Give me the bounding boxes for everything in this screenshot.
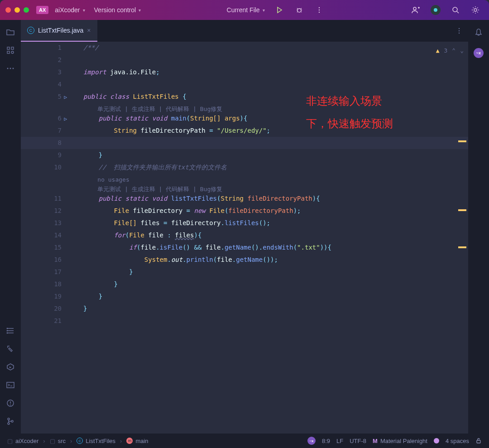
prev-highlight-icon[interactable]: ⌃ (452, 44, 455, 57)
aixcoder-tool-icon[interactable]: ~x (470, 44, 487, 62)
run-config-selector[interactable]: Current File ▾ (224, 5, 268, 15)
todo-tool-icon[interactable] (2, 322, 19, 339)
line-separator[interactable]: LF (335, 438, 345, 444)
inspection-widget[interactable]: ▲ 3 ⌃ ⌄ (436, 44, 464, 57)
warning-icon: ▲ (436, 44, 440, 57)
line-number: 16 (21, 254, 62, 266)
line-number: 12 (21, 205, 62, 217)
line-number: 17 (21, 266, 62, 278)
breadcrumb-project[interactable]: ▢ aiXcoder (5, 438, 40, 444)
breadcrumb-method[interactable]: m main (125, 438, 150, 444)
file-encoding[interactable]: UTF-8 (348, 438, 368, 444)
line-number: 19 (21, 290, 62, 303)
editor-tabs: C ListTxtFiles.java × (21, 20, 468, 42)
terminal-tool-icon[interactable] (2, 376, 19, 394)
breadcrumb-class[interactable]: C ListTxtFiles (75, 438, 117, 444)
svg-point-7 (318, 7, 319, 8)
svg-rect-16 (7, 47, 10, 49)
svg-point-20 (7, 68, 9, 69)
settings-icon[interactable] (467, 2, 484, 18)
breadcrumb-src[interactable]: ▢ src (48, 438, 67, 444)
maximize-window-button[interactable] (24, 7, 29, 13)
code-lens[interactable]: 单元测试 | 生成注释 | 代码解释 | Bug修复 (83, 183, 468, 193)
tab-filename-label: ListTxtFiles.java (38, 27, 83, 34)
line-number: 9 (21, 149, 62, 161)
left-tool-rail (0, 20, 21, 434)
line-number: 5▷ (21, 91, 62, 103)
svg-rect-18 (7, 51, 10, 53)
theme-indicator[interactable]: M Material Palenight (371, 438, 429, 444)
project-badge: AX (36, 6, 48, 14)
lock-icon[interactable] (474, 438, 484, 444)
svg-point-28 (7, 332, 8, 334)
chevron-down-icon: ▾ (83, 8, 85, 13)
code-lens[interactable]: 单元测试 | 生成注释 | 代码解释 | Bug修复 (83, 103, 468, 112)
line-number: 1 (21, 42, 62, 54)
close-window-button[interactable] (5, 7, 11, 13)
line-number (21, 103, 62, 112)
build-tool-icon[interactable] (2, 340, 19, 357)
project-name-label: aiXcoder (55, 6, 80, 14)
chevron-down-icon: ▾ (263, 8, 265, 13)
gutter-marker (458, 246, 466, 248)
run-gutter-icon[interactable]: ▷ (64, 112, 67, 125)
vcs-menu[interactable]: Version control ▾ (91, 5, 144, 15)
status-dot[interactable] (432, 438, 441, 443)
run-config-label: Current File (227, 6, 260, 14)
titlebar: AX aiXcoder ▾ Version control ▾ Current … (0, 0, 489, 20)
tab-listtxtfiles[interactable]: C ListTxtFiles.java × (21, 20, 97, 42)
vcs-label: Version control (94, 6, 136, 14)
svg-point-34 (8, 418, 10, 420)
line-number: 4 (21, 78, 62, 91)
line-number: 20 (21, 303, 62, 315)
notifications-icon[interactable] (470, 24, 487, 41)
project-selector[interactable]: aiXcoder ▾ (52, 5, 87, 15)
line-number: 10 (21, 161, 62, 173)
svg-point-35 (8, 423, 10, 424)
gutter-marker (458, 209, 466, 211)
debug-button[interactable] (291, 2, 307, 18)
aixcoder-status[interactable]: ~x (306, 437, 317, 445)
git-tool-icon[interactable] (2, 413, 19, 430)
close-tab-icon[interactable]: × (87, 27, 91, 34)
run-gutter-icon[interactable]: ▷ (64, 91, 67, 103)
line-number: 7 (21, 125, 62, 137)
svg-point-9 (318, 12, 319, 13)
more-tools-icon[interactable] (2, 60, 19, 77)
code-editor[interactable]: ▲ 3 ⌃ ⌄ 1 2 3 4 5▷ 6▷ 7 8 9 (21, 42, 468, 434)
run-button[interactable] (271, 2, 288, 18)
minimize-window-button[interactable] (14, 7, 20, 13)
structure-tool-icon[interactable] (2, 42, 19, 59)
svg-rect-29 (7, 382, 14, 388)
svg-point-8 (318, 10, 319, 10)
usages-hint[interactable]: no usages (83, 173, 468, 183)
svg-point-22 (13, 68, 14, 69)
line-number: 8 (21, 137, 62, 149)
search-icon[interactable] (447, 2, 464, 18)
svg-point-10 (413, 7, 416, 10)
line-number: 21 (21, 315, 62, 327)
svg-line-4 (301, 8, 302, 9)
svg-rect-17 (11, 47, 14, 49)
cursor-position[interactable]: 8:9 (320, 438, 332, 444)
line-number: 6▷ (21, 112, 62, 125)
svg-point-0 (297, 9, 301, 12)
add-user-icon[interactable] (408, 2, 424, 18)
services-tool-icon[interactable] (2, 358, 19, 376)
tab-more-icon[interactable] (450, 20, 468, 42)
next-highlight-icon[interactable]: ⌄ (460, 44, 464, 57)
project-tool-icon[interactable] (2, 24, 19, 41)
problems-tool-icon[interactable] (2, 395, 19, 412)
avatar-icon[interactable] (427, 2, 444, 18)
svg-point-38 (459, 30, 460, 31)
svg-line-3 (297, 8, 298, 9)
indent-indicator[interactable]: 4 spaces (444, 438, 471, 444)
svg-point-21 (10, 68, 11, 69)
svg-rect-40 (477, 440, 480, 443)
line-number: 13 (21, 217, 62, 229)
svg-line-14 (457, 11, 459, 13)
line-number: 15 (21, 241, 62, 254)
more-actions-button[interactable] (311, 2, 327, 18)
right-tool-rail: ~x (468, 20, 489, 434)
code-content[interactable]: /**/ import java.io.File; public class L… (71, 42, 468, 434)
